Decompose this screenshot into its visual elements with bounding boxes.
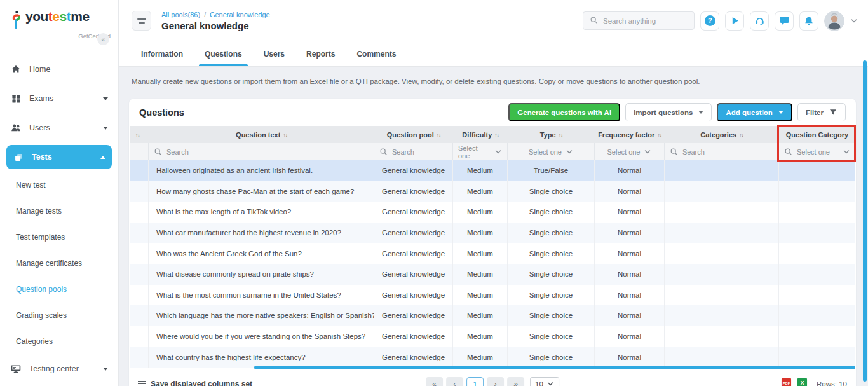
sidebar-item-question-pools[interactable]: Question pools: [0, 276, 118, 302]
tab-questions[interactable]: Questions: [194, 41, 253, 66]
home-icon: [10, 64, 22, 74]
filter-search-placeholder: Search: [392, 148, 414, 156]
sidebar-item-test-templates[interactable]: Test templates: [0, 224, 118, 250]
filter-categories[interactable]: Search: [665, 143, 779, 160]
cell-question-text: Halloween originated as an ancient Irish…: [149, 160, 374, 181]
sidebar-collapse-button[interactable]: «: [97, 33, 109, 45]
tab-information[interactable]: Information: [130, 41, 194, 66]
export-pdf-icon[interactable]: PDF: [781, 377, 792, 386]
help-icon-button[interactable]: ?: [700, 11, 719, 31]
save-columns-button[interactable]: Save displayed columns set: [138, 380, 252, 386]
tab-label: Reports: [306, 50, 335, 59]
filter-search-placeholder: Search: [682, 148, 705, 156]
export-cluster: PDF X Rows: 10: [781, 377, 847, 386]
cell-question-text: What car manufacturer had the highest re…: [149, 223, 374, 244]
column-header-question-text[interactable]: Question text↑↓: [149, 126, 374, 143]
filter-select-value: Select one: [607, 148, 641, 156]
sidebar-item-tests[interactable]: Tests: [6, 145, 112, 169]
rows-count-label: Rows: 10: [817, 380, 847, 386]
column-header-question-pool[interactable]: Question pool↑↓: [374, 126, 453, 143]
filter-difficulty[interactable]: Select one: [453, 143, 508, 160]
cell-frequency-factor: Normal: [595, 305, 665, 326]
notifications-icon-button[interactable]: [799, 11, 818, 31]
sidebar-item-categories[interactable]: Categories: [0, 328, 118, 354]
table-row[interactable]: What car manufacturer had the highest re…: [130, 223, 855, 244]
filter-question-pool[interactable]: Search: [374, 143, 453, 160]
sidebar-item-grading-scales[interactable]: Grading scales: [0, 302, 118, 328]
sidebar-item-label: Tests: [32, 153, 52, 162]
filter-type[interactable]: Select one: [508, 143, 595, 160]
table-header-row: ↑↓Question text↑↓Question pool↑↓Difficul…: [130, 126, 855, 143]
svg-text:PDF: PDF: [783, 382, 790, 385]
export-excel-icon[interactable]: X: [797, 377, 808, 386]
play-icon-button[interactable]: [725, 11, 744, 31]
sidebar-item-label: Question pools: [16, 285, 67, 294]
cell-categories: [665, 305, 779, 326]
page-size-select[interactable]: 10: [530, 377, 559, 386]
sort-icon: ↑↓: [437, 132, 441, 138]
column-label: Type: [540, 131, 556, 139]
table-row[interactable]: Who was the Ancient Greek God of the Sun…: [130, 243, 855, 264]
first-page-button[interactable]: «: [426, 377, 443, 386]
generate-questions-ai-button[interactable]: Generate questions with AI: [508, 103, 620, 121]
avatar-caret-icon[interactable]: [850, 17, 858, 25]
brand-name: youtestme: [25, 9, 90, 24]
cell-categories: [665, 181, 779, 202]
filter-question-category[interactable]: Select one: [779, 143, 855, 160]
next-page-button[interactable]: ›: [487, 377, 504, 386]
cell-question-pool: General knowledge: [374, 160, 453, 181]
table-horizontal-scrollbar[interactable]: [254, 366, 855, 369]
table-row[interactable]: Where would you be if you were standing …: [130, 326, 855, 347]
import-questions-button[interactable]: Import questions: [625, 103, 712, 121]
column-header-difficulty[interactable]: Difficulty↑↓: [453, 126, 508, 143]
last-page-button[interactable]: »: [507, 377, 524, 386]
column-header-question-category[interactable]: Question Category: [779, 126, 855, 143]
prev-page-button[interactable]: ‹: [446, 377, 463, 386]
breadcrumb-menu-button[interactable]: [132, 11, 151, 31]
cell-difficulty: Medium: [453, 202, 508, 223]
table-row[interactable]: How many ghosts chase Pac-Man at the sta…: [130, 181, 855, 202]
app-root: youtestme GetCertified « HomeExamsUsersT…: [0, 0, 868, 386]
filter-button[interactable]: Filter: [797, 103, 846, 121]
tab-users[interactable]: Users: [253, 41, 295, 66]
cell-type: True/False: [508, 160, 595, 181]
page-vertical-scrollbar[interactable]: [863, 60, 867, 382]
table-row[interactable]: What is the max length of a TikTok video…: [130, 202, 855, 223]
table-row[interactable]: What disease commonly spread on pirate s…: [130, 264, 855, 285]
sidebar-item-label: Exams: [29, 94, 53, 103]
filter-select-value: Select one: [458, 144, 491, 160]
sidebar-item-new-test[interactable]: New test: [0, 172, 118, 198]
chat-icon-button[interactable]: [775, 11, 794, 31]
sidebar-item-manage-certificates[interactable]: Manage certificates: [0, 250, 118, 276]
search-icon: [670, 148, 678, 156]
sidebar-item-testing-center[interactable]: Testing center: [0, 354, 118, 383]
global-search-input[interactable]: [603, 17, 679, 25]
cell-categories: [665, 243, 779, 264]
current-page-button[interactable]: 1: [466, 377, 484, 386]
sidebar-item-manage-tests[interactable]: Manage tests: [0, 198, 118, 224]
table-row[interactable]: Which language has the more native speak…: [130, 305, 855, 326]
user-avatar[interactable]: [824, 11, 844, 31]
breadcrumb-link-all-pools[interactable]: All pools(86): [161, 11, 200, 18]
sort-icon: ↑↓: [494, 132, 499, 138]
filter-question-text[interactable]: Search: [149, 143, 374, 160]
table-row[interactable]: Halloween originated as an ancient Irish…: [130, 160, 855, 181]
table-row[interactable]: What country has the highest life expect…: [130, 347, 855, 368]
column-header-categories[interactable]: Categories↑↓: [665, 126, 779, 143]
column-header-type[interactable]: Type↑↓: [508, 126, 595, 143]
add-question-button[interactable]: Add question: [717, 103, 792, 121]
global-search[interactable]: [583, 11, 695, 30]
filter-frequency-factor[interactable]: Select one: [595, 143, 665, 160]
cell-question-pool: General knowledge: [374, 347, 453, 368]
column-header-frequency-factor[interactable]: Frequency factor↑↓: [595, 126, 665, 143]
tab-comments[interactable]: Comments: [346, 41, 407, 66]
table-row[interactable]: What is the most common surname in the U…: [130, 285, 855, 306]
cell-order: [130, 202, 149, 223]
sidebar-item-home[interactable]: Home: [0, 55, 118, 84]
support-icon-button[interactable]: [750, 11, 769, 31]
sidebar-item-users[interactable]: Users: [0, 113, 118, 142]
column-header-order[interactable]: ↑↓: [130, 126, 149, 143]
breadcrumb-link-current[interactable]: General knowledge: [210, 11, 270, 18]
tab-reports[interactable]: Reports: [295, 41, 346, 66]
sidebar-item-exams[interactable]: Exams: [0, 84, 118, 113]
